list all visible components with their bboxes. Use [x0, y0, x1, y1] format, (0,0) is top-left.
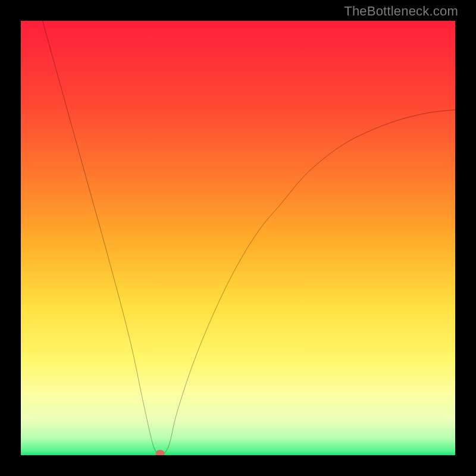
chart-frame: TheBottleneck.com	[0, 0, 476, 476]
plot-area	[21, 21, 455, 455]
watermark-text: TheBottleneck.com	[344, 4, 458, 19]
bottleneck-curve	[21, 21, 455, 455]
optimum-marker	[155, 450, 164, 455]
